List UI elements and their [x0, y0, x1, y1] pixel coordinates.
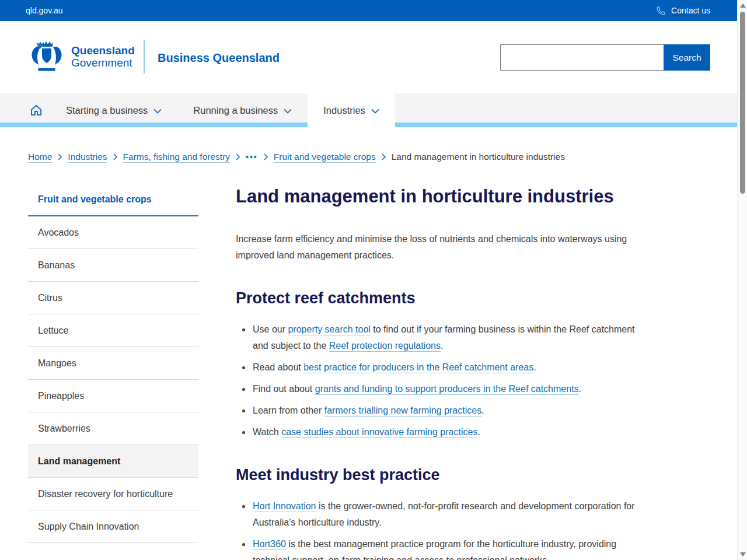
bullet-item: Hort360 is the best management practice …: [252, 536, 651, 560]
sidebar-item-mangoes[interactable]: Mangoes: [28, 347, 198, 380]
section-heading: Meet industry best practice: [236, 466, 651, 484]
breadcrumb-link[interactable]: Fruit and vegetable crops: [274, 152, 376, 162]
chevron-down-icon: [371, 108, 379, 114]
contact-us-label: Contact us: [671, 6, 710, 15]
nav-item-industries[interactable]: Industries: [308, 93, 395, 127]
bullet-item: Learn from other farmers trialling new f…: [252, 402, 651, 419]
bullet-item: Watch case studies about innovative farm…: [252, 424, 651, 440]
sidebar: Fruit and vegetable crops AvocadosBanana…: [28, 190, 198, 543]
logo-line1: Queensland: [71, 44, 135, 57]
content-link[interactable]: farmers trialling new farming practices: [324, 405, 481, 415]
main-navigation: Starting a businessRunning a businessInd…: [0, 93, 737, 127]
sidebar-item-disaster-recovery-for-horticulture[interactable]: Disaster recovery for horticulture: [28, 478, 198, 510]
logo-line2: Government: [71, 57, 135, 69]
phone-icon: [656, 6, 666, 16]
vertical-scrollbar[interactable]: [737, 0, 747, 560]
content-link[interactable]: Hort360: [253, 539, 286, 549]
sidebar-item-lettuce[interactable]: Lettuce: [28, 314, 198, 347]
breadcrumb-link[interactable]: Home: [28, 152, 52, 162]
sidebar-item-strawberries[interactable]: Strawberries: [28, 412, 198, 445]
bullet-item: Use our property search tool to find out…: [252, 321, 651, 354]
scroll-down-icon[interactable]: [740, 552, 746, 556]
site-header: Queensland Government Business Queenslan…: [0, 21, 737, 93]
intro-paragraph: Increase farm efficiency and minimise th…: [236, 231, 640, 264]
breadcrumb-separator-icon: [236, 153, 240, 160]
content-link[interactable]: Hort Innovation: [253, 501, 316, 511]
site-title[interactable]: Business Queensland: [158, 51, 280, 65]
chevron-down-icon: [284, 108, 292, 114]
sidebar-item-supply-chain-innovation[interactable]: Supply Chain Innovation: [28, 510, 198, 543]
content-link[interactable]: best practice for producers in the Reef …: [303, 362, 533, 372]
bullet-item: Hort Innovation is the grower-owned, not…: [252, 498, 651, 531]
section-bullet-list: Use our property search tool to find out…: [236, 321, 651, 440]
breadcrumb-separator-icon: [382, 153, 386, 160]
queensland-government-logo[interactable]: Queensland Government: [28, 38, 135, 75]
chevron-down-icon: [153, 108, 162, 114]
content-link[interactable]: grants and funding to support producers …: [315, 384, 579, 394]
content-link[interactable]: Reef protection regulations: [329, 341, 441, 351]
section-heading: Protect reef catchments: [236, 289, 651, 307]
sidebar-item-avocados[interactable]: Avocados: [28, 216, 198, 249]
sidebar-item-citrus[interactable]: Citrus: [28, 282, 198, 314]
scroll-up-icon[interactable]: [740, 4, 746, 8]
bullet-item: Read about best practice for producers i…: [252, 359, 651, 376]
breadcrumb-link[interactable]: Farms, fishing and forestry: [123, 152, 230, 162]
logo-text: Queensland Government: [71, 44, 135, 69]
breadcrumb-separator-icon: [113, 153, 117, 160]
sidebar-item-pineapples[interactable]: Pineapples: [28, 380, 198, 412]
scrollbar-thumb[interactable]: [740, 12, 745, 194]
breadcrumb-separator-icon: [264, 153, 268, 160]
top-bar: qld.gov.au Contact us: [0, 0, 737, 21]
site-search: Search: [500, 44, 710, 71]
page-title: Land management in horticulture industri…: [236, 186, 651, 208]
qld-gov-link[interactable]: qld.gov.au: [26, 6, 63, 15]
sidebar-item-land-management[interactable]: Land management: [28, 445, 198, 478]
header-divider: [144, 40, 145, 74]
content-link[interactable]: property search tool: [288, 324, 370, 334]
breadcrumb-ellipsis[interactable]: •••: [246, 152, 258, 162]
queensland-coat-of-arms-icon: [28, 38, 65, 75]
breadcrumb-separator-icon: [58, 153, 62, 160]
home-icon: [29, 103, 43, 117]
nav-item-label: Starting a business: [66, 105, 148, 116]
bullet-item: Find out about grants and funding to sup…: [252, 381, 651, 397]
breadcrumb: HomeIndustriesFarms, fishing and forestr…: [28, 152, 565, 162]
nav-item-label: Industries: [323, 105, 365, 116]
main-content: Land management in horticulture industri…: [236, 186, 651, 560]
content-link[interactable]: case studies about innovative farming pr…: [281, 427, 477, 437]
sidebar-title-link[interactable]: Fruit and vegetable crops: [28, 190, 198, 216]
breadcrumb-current-page: Land management in horticulture industri…: [392, 152, 565, 162]
nav-item-label: Running a business: [193, 105, 278, 116]
search-input[interactable]: [500, 44, 664, 71]
page: qld.gov.au Contact us Queensland Governm…: [0, 0, 747, 560]
section-bullet-list: Hort Innovation is the grower-owned, not…: [236, 498, 651, 560]
sidebar-item-bananas[interactable]: Bananas: [28, 249, 198, 282]
search-button[interactable]: Search: [664, 44, 710, 71]
contact-us-button[interactable]: Contact us: [656, 6, 710, 16]
breadcrumb-link[interactable]: Industries: [68, 152, 107, 162]
